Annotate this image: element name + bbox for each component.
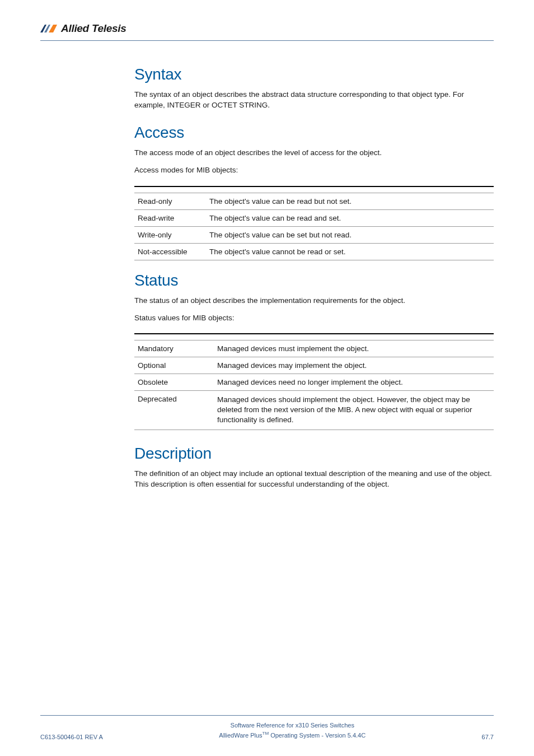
brand-logo: Allied Telesis — [40, 22, 494, 35]
table-row: Deprecated Managed devices should implem… — [134, 390, 494, 430]
status-heading: Status — [134, 272, 494, 290]
description-body: The definition of an object may include … — [134, 468, 494, 489]
access-modes-table: Read-only The object's value can be read… — [134, 186, 494, 260]
status-value: Mandatory — [134, 340, 214, 357]
status-caption: Status values for MIB objects: — [134, 312, 494, 323]
access-desc: The object's value can be read but not s… — [206, 193, 494, 209]
footer-page-number: 67.7 — [482, 734, 494, 740]
status-desc: Managed devices must implement the objec… — [214, 340, 494, 357]
access-mode: Read-only — [134, 193, 206, 209]
svg-marker-2 — [49, 25, 57, 32]
access-desc: The object's value cannot be read or set… — [206, 243, 494, 260]
footer-subtitle: AlliedWare PlusTM Operating System - Ver… — [103, 730, 482, 740]
access-desc: The object's value can be read and set. — [206, 209, 494, 226]
access-mode: Write-only — [134, 226, 206, 243]
table-row: Write-only The object's value can be set… — [134, 226, 494, 243]
access-intro: The access mode of an object describes t… — [134, 147, 494, 158]
header-rule — [40, 40, 494, 41]
footer-docid: C613-50046-01 REV A — [40, 734, 103, 740]
table-row: Optional Managed devices may implement t… — [134, 357, 494, 374]
access-heading: Access — [134, 124, 494, 142]
description-heading: Description — [134, 445, 494, 463]
brand-name: Allied Telesis — [61, 22, 127, 35]
access-mode: Not-accessible — [134, 243, 206, 260]
status-value: Obsolete — [134, 374, 214, 390]
status-desc: Managed devices should implement the obj… — [214, 390, 494, 430]
syntax-body: The syntax of an object describes the ab… — [134, 89, 494, 110]
allied-telesis-logo-icon — [40, 24, 57, 33]
status-desc: Managed devices need no longer implement… — [214, 374, 494, 390]
access-caption: Access modes for MIB objects: — [134, 165, 494, 175]
table-row: Obsolete Managed devices need no longer … — [134, 374, 494, 390]
footer-title: Software Reference for x310 Series Switc… — [103, 721, 482, 730]
table-row: Read-only The object's value can be read… — [134, 193, 494, 209]
access-mode: Read-write — [134, 209, 206, 226]
status-desc: Managed devices may implement the object… — [214, 357, 494, 374]
syntax-heading: Syntax — [134, 66, 494, 83]
status-value: Deprecated — [134, 390, 214, 430]
table-row: Not-accessible The object's value cannot… — [134, 243, 494, 260]
page-footer: C613-50046-01 REV A Software Reference f… — [40, 715, 494, 740]
status-values-table: Mandatory Managed devices must implement… — [134, 333, 494, 430]
table-row: Read-write The object's value can be rea… — [134, 209, 494, 226]
status-value: Optional — [134, 357, 214, 374]
table-row: Mandatory Managed devices must implement… — [134, 340, 494, 357]
access-desc: The object's value can be set but not re… — [206, 226, 494, 243]
status-intro: The status of an object describes the im… — [134, 295, 494, 306]
